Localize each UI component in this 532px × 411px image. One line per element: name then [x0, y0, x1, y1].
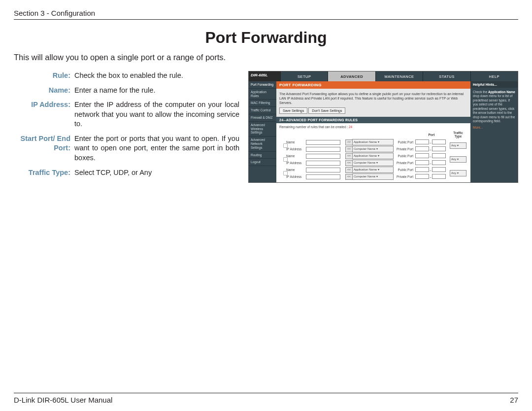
def-traffic: Traffic Type: Select TCP, UDP, or Any: [14, 168, 239, 178]
nav-traffic-control[interactable]: Traffic Control: [249, 107, 276, 114]
label-ip: IP Address: [285, 146, 305, 153]
nav-mac-filtering[interactable]: MAC Filtering: [249, 100, 276, 107]
label-private: Private Port: [392, 146, 414, 153]
def-label-ip: IP Address:: [14, 100, 74, 129]
left-nav: Port Forwarding Application Rules MAC Fi…: [249, 81, 276, 182]
footer-page: 27: [510, 396, 518, 404]
router-screenshot: DIR-605L SETUP ADVANCED MAINTENANCE STAT…: [248, 71, 518, 183]
def-value-rule: Check the box to enabled the rule.: [74, 71, 183, 81]
col-traffic: Traffic Type: [449, 130, 467, 139]
rule-checkbox[interactable]: [283, 171, 288, 175]
public-port-start[interactable]: [415, 153, 429, 158]
private-port-start[interactable]: [415, 160, 429, 165]
private-port-end[interactable]: [432, 146, 446, 151]
application-select[interactable]: Application Name ▾: [352, 153, 394, 159]
nav-logout[interactable]: Logout: [249, 159, 276, 166]
tab-help[interactable]: HELP: [470, 71, 518, 81]
rules-table: Port Traffic Type Name << Application Na…: [279, 130, 467, 180]
label-name: Name: [285, 167, 305, 173]
rule-checkbox[interactable]: [283, 157, 288, 162]
tab-advanced[interactable]: ADVANCED: [328, 71, 375, 81]
copy-app-button[interactable]: <<: [345, 153, 353, 159]
def-value-traffic: Select TCP, UDP, or Any: [74, 168, 152, 178]
save-settings-button[interactable]: Save Settings: [279, 107, 307, 114]
name-input[interactable]: [306, 154, 340, 159]
copy-computer-button[interactable]: <<: [345, 174, 353, 180]
label-public: Public Port: [392, 139, 414, 146]
traffic-type-select[interactable]: Any ▾: [450, 170, 466, 176]
hints-more-link[interactable]: More...: [473, 126, 515, 130]
hints-panel: Helpful Hints... Check the Application N…: [470, 81, 518, 182]
panel-heading: PORT FORWARDING: [276, 81, 470, 89]
label-private: Private Port: [392, 173, 414, 180]
nav-adv-wireless[interactable]: Advanced Wireless Settings: [249, 122, 276, 137]
traffic-type-select[interactable]: Any ▾: [450, 142, 466, 149]
intro-text: This will allow you to open a single por…: [14, 53, 518, 62]
label-public: Public Port: [392, 153, 414, 160]
application-select[interactable]: Application Name ▾: [352, 139, 394, 145]
label-public: Public Port: [392, 167, 414, 173]
public-port-end[interactable]: [432, 153, 446, 158]
rule-checkbox[interactable]: [283, 143, 288, 148]
ip-input[interactable]: [306, 174, 340, 179]
copy-computer-button[interactable]: <<: [345, 160, 353, 166]
remaining-rules: Remaining number of rules that can be cr…: [279, 125, 467, 129]
tab-setup[interactable]: SETUP: [280, 71, 328, 81]
nav-port-forwarding[interactable]: Port Forwarding: [249, 81, 276, 89]
def-label-rule: Rule:: [14, 71, 74, 81]
name-input[interactable]: [306, 140, 340, 145]
rules-heading: 24--ADVANCED PORT FORWARDING RULES: [276, 117, 470, 123]
nav-application-rules[interactable]: Application Rules: [249, 89, 276, 100]
label-private: Private Port: [392, 160, 414, 167]
footer-manual: D-Link DIR-605L User Manual: [14, 396, 112, 404]
private-port-end[interactable]: [432, 174, 446, 179]
public-port-end[interactable]: [432, 139, 446, 144]
hints-heading: Helpful Hints...: [470, 81, 518, 88]
def-label-name: Name:: [14, 86, 74, 96]
remaining-label: Remaining number of rules that can be cr…: [279, 125, 348, 129]
computer-select[interactable]: Computer Name ▾: [352, 173, 394, 180]
private-port-end[interactable]: [432, 160, 446, 165]
computer-select[interactable]: Computer Name ▾: [352, 146, 394, 152]
def-port: Start Port/ End Port: Enter the port or …: [14, 134, 239, 163]
ip-input[interactable]: [306, 161, 340, 166]
application-select[interactable]: Application Name ▾: [352, 167, 394, 173]
private-port-start[interactable]: [415, 146, 429, 151]
col-port: Port: [414, 130, 449, 139]
nav-routing[interactable]: Routing: [249, 152, 276, 159]
tab-status[interactable]: STATUS: [423, 71, 470, 81]
public-port-end[interactable]: [432, 167, 446, 172]
public-port-start[interactable]: [415, 139, 429, 144]
label-ip: IP Address: [285, 173, 305, 180]
panel-description: The Advanced Port Forwarding option allo…: [279, 92, 464, 104]
name-input[interactable]: [306, 168, 340, 172]
model-label: DIR-605L: [249, 71, 280, 81]
def-value-name: Enter a name for the rule.: [74, 86, 155, 96]
def-name: Name: Enter a name for the rule.: [14, 86, 239, 96]
traffic-type-select[interactable]: Any ▾: [450, 156, 466, 163]
def-value-port: Enter the port or ports that you want to…: [74, 134, 239, 163]
hints-bold: Application Name: [488, 90, 515, 94]
copy-app-button[interactable]: <<: [345, 167, 353, 173]
main-panel: PORT FORWARDING The Advanced Port Forwar…: [276, 81, 470, 182]
tab-maintenance[interactable]: MAINTENANCE: [375, 71, 423, 81]
cancel-settings-button[interactable]: Don't Save Settings: [308, 107, 345, 114]
def-label-traffic: Traffic Type:: [14, 168, 74, 178]
label-name: Name: [285, 139, 305, 146]
hints-text-rest: drop down menu for a list of predefined …: [473, 94, 515, 123]
remaining-value: 24: [349, 125, 352, 129]
def-rule: Rule: Check the box to enabled the rule.: [14, 71, 239, 81]
def-label-port: Start Port/ End Port:: [14, 134, 74, 163]
nav-adv-network[interactable]: Advanced Network Settings: [249, 137, 276, 151]
copy-app-button[interactable]: <<: [345, 139, 353, 145]
ip-input[interactable]: [306, 147, 340, 152]
computer-select[interactable]: Computer Name ▾: [352, 160, 394, 166]
copy-computer-button[interactable]: <<: [345, 146, 353, 152]
public-port-start[interactable]: [415, 167, 429, 172]
page-footer: D-Link DIR-605L User Manual 27: [14, 393, 518, 404]
nav-firewall-dmz[interactable]: Firewall & DMZ: [249, 114, 276, 122]
private-port-start[interactable]: [415, 174, 429, 179]
definition-list: Rule: Check the box to enabled the rule.…: [14, 71, 239, 182]
label-name: Name: [285, 153, 305, 160]
hints-text-prefix: Check the: [473, 90, 488, 94]
